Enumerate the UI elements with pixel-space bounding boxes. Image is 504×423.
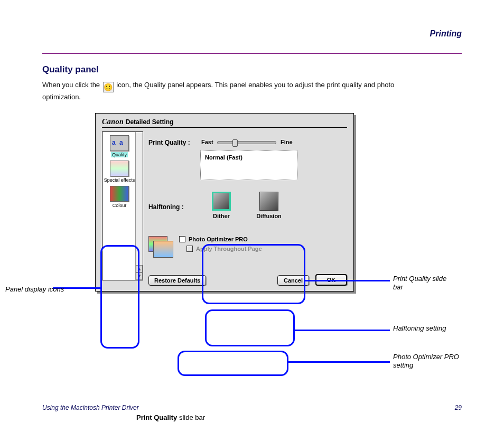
print-quality-label: Print Quality : xyxy=(148,139,190,146)
intro-paragraph: When you click the 🙂 icon, the Quality p… xyxy=(42,80,402,102)
panel-label-special: Special effects xyxy=(104,177,135,183)
callout-box-halftoning xyxy=(205,309,295,346)
callout-box-photo-optimizer xyxy=(178,351,288,376)
scroll-down-icon[interactable]: ▼ xyxy=(136,272,143,280)
dither-icon xyxy=(212,192,231,211)
callout-label-halftoning: Halftoning setting xyxy=(393,324,451,333)
page-header-right: Printing xyxy=(430,29,462,39)
panel-item-colour[interactable]: Colour xyxy=(103,186,136,208)
term-suffix: slide bar xyxy=(177,413,205,421)
footer-left: Using the Macintosh Printer Driver xyxy=(42,404,139,411)
photo-optimizer-label: Photo Optimizer PRO xyxy=(189,236,248,242)
diffusion-label: Diffusion xyxy=(256,213,282,219)
section-title: Quality panel xyxy=(42,64,462,75)
detailed-setting-dialog: Canon Detailed Setting Quality Special e… xyxy=(95,113,354,292)
photo-optimizer-icon xyxy=(148,236,167,252)
checkbox-icon xyxy=(186,246,193,252)
apply-throughout-label: Apply Throughout Page xyxy=(196,246,262,252)
cancel-button[interactable]: Cancel xyxy=(277,275,309,286)
panel-list: Quality Special effects Colour ▲ ▼ xyxy=(102,131,143,280)
quality-icon xyxy=(110,135,129,151)
quality-panel-icon: 🙂 xyxy=(103,82,114,92)
special-effects-icon xyxy=(110,161,129,176)
dialog-title: Detailed Setting xyxy=(126,118,174,126)
panel-label-colour: Colour xyxy=(113,203,127,208)
panel-label-quality: Quality xyxy=(111,152,128,157)
halftoning-label: Halftoning : xyxy=(148,203,184,211)
colour-icon xyxy=(110,186,129,202)
print-quality-readout: Normal (Fast) xyxy=(200,151,297,180)
footer-page-number: 29 xyxy=(455,404,462,411)
brand-logo: Canon xyxy=(102,118,124,126)
print-quality-slider[interactable] xyxy=(217,141,276,144)
slider-thumb[interactable] xyxy=(232,139,238,147)
scroll-up-icon[interactable]: ▲ xyxy=(136,265,143,272)
photo-optimizer-checkbox-row[interactable]: Photo Optimizer PRO xyxy=(179,236,262,242)
diffusion-icon xyxy=(259,192,278,211)
panel-item-special-effects[interactable]: Special effects xyxy=(103,161,136,183)
checkbox-icon[interactable] xyxy=(179,236,185,242)
intro-pre: When you click the xyxy=(42,81,102,89)
panel-scrollbar[interactable]: ▲ ▼ xyxy=(135,132,143,280)
callout-lead xyxy=(288,361,390,363)
term-print-quality: Print Quality xyxy=(136,413,177,421)
halftone-diffusion-option[interactable]: Diffusion xyxy=(253,192,285,219)
divider xyxy=(42,53,462,54)
slider-max-label: Fine xyxy=(281,139,293,145)
callout-label-photo: Photo Optimizer PRO setting xyxy=(393,353,478,370)
dither-label: Dither xyxy=(213,213,230,219)
panel-item-quality[interactable]: Quality xyxy=(103,135,136,157)
callout-lead xyxy=(305,280,390,281)
slider-min-label: Fast xyxy=(201,139,213,145)
restore-defaults-button[interactable]: Restore Defaults xyxy=(148,275,206,286)
callout-label-quality: Print Quality slide bar xyxy=(393,275,451,292)
callout-lead xyxy=(295,330,390,331)
description-text: Print Quality slide bar Move the slide b… xyxy=(136,413,462,423)
halftone-dither-option[interactable]: Dither xyxy=(206,192,237,219)
apply-throughout-checkbox-row: Apply Throughout Page xyxy=(186,246,262,252)
callout-label-panels: Panel display icons xyxy=(5,285,64,294)
